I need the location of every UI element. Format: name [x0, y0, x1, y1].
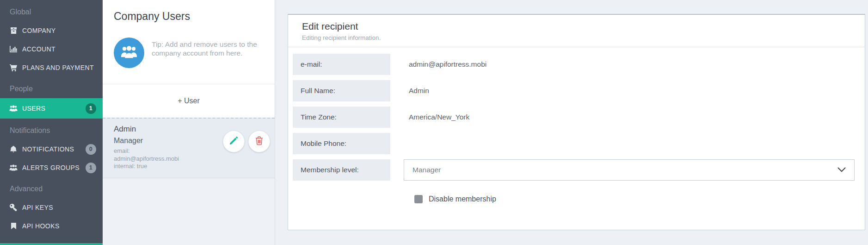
full-name-field-label: Full Name: — [293, 80, 390, 101]
sidebar-item-api-keys[interactable]: API KEYS — [0, 198, 103, 217]
tip-row: Tip: Add and remove users to the company… — [114, 38, 264, 68]
sidebar-item-api-hooks[interactable]: API HOOKS — [0, 217, 103, 235]
sidebar-bottom-accent — [0, 243, 103, 245]
form-row-membership-level: Membership level: Manager — [293, 159, 855, 181]
sidebar: Global COMPANY ACCOUNT PLANS AND PAYMENT… — [0, 0, 103, 245]
account-icon — [9, 46, 18, 52]
disable-membership-checkbox[interactable] — [414, 195, 423, 203]
cart-icon — [9, 64, 18, 71]
sidebar-item-plans-and-payment[interactable]: PLANS AND PAYMENT — [0, 58, 103, 77]
sidebar-item-label: COMPANY — [22, 27, 56, 34]
sidebar-item-label: NOTIFICATIONS — [22, 145, 74, 153]
edit-recipient-header: Edit recipient Editing recipient informa… — [288, 15, 865, 47]
edit-recipient-title: Edit recipient — [302, 21, 851, 32]
membership-level-field-label: Membership level: — [293, 159, 390, 181]
sidebar-item-label: API KEYS — [22, 204, 53, 211]
mobile-phone-field-label: Mobile Phone: — [293, 133, 390, 154]
edit-recipient-subtitle: Editing recipient information. — [302, 34, 851, 41]
bookmark-icon — [9, 223, 18, 229]
form-row-time-zone: Time Zone: America/New_York — [293, 107, 855, 128]
sidebar-item-users[interactable]: USERS 1 — [0, 98, 103, 119]
user-email: admin@apifortress.mobi — [114, 155, 267, 163]
trash-icon — [255, 136, 263, 147]
delete-user-button[interactable] — [248, 131, 270, 152]
sidebar-item-account[interactable]: ACCOUNT — [0, 40, 103, 58]
sidebar-section-advanced: Advanced — [0, 180, 103, 198]
sidebar-item-label: ALERTS GROUPS — [22, 164, 80, 171]
mobile-phone-field-value — [390, 133, 409, 154]
edit-recipient-form: e-mail: admin@apifortress.mobi Full Name… — [288, 47, 865, 203]
user-card[interactable]: Admin Manager email: admin@apifortress.m… — [103, 118, 275, 178]
users-group-icon — [121, 45, 137, 60]
disable-membership-row: Disable membership — [414, 195, 855, 203]
chevron-down-icon — [837, 166, 846, 174]
alerts-groups-count-badge: 1 — [86, 163, 96, 173]
users-icon — [9, 164, 18, 171]
disable-membership-label: Disable membership — [429, 195, 496, 203]
sidebar-item-alerts-groups[interactable]: ALERTS GROUPS 1 — [0, 158, 103, 177]
sidebar-item-label: PLANS AND PAYMENT — [22, 64, 94, 71]
email-field-value: admin@apifortress.mobi — [390, 54, 486, 75]
sidebar-item-label: API HOOKS — [22, 222, 60, 230]
key-icon — [9, 204, 18, 211]
users-count-badge: 1 — [86, 103, 96, 114]
user-list-background — [103, 178, 275, 245]
sidebar-section-notifications: Notifications — [0, 121, 103, 140]
membership-level-selected-value: Manager — [412, 166, 441, 174]
form-row-email: e-mail: admin@apifortress.mobi — [293, 54, 855, 75]
full-name-field-value: Admin — [390, 80, 429, 101]
form-row-full-name: Full Name: Admin — [293, 80, 855, 101]
bell-icon — [9, 146, 18, 153]
sidebar-item-label: ACCOUNT — [22, 45, 55, 53]
add-user-button[interactable]: + User — [103, 84, 275, 118]
users-icon — [9, 105, 18, 112]
membership-level-select[interactable]: Manager — [404, 159, 855, 181]
tip-text: Tip: Add and remove users to the company… — [152, 38, 259, 57]
form-row-mobile-phone: Mobile Phone: — [293, 133, 855, 154]
sidebar-item-label: USERS — [22, 105, 45, 112]
sidebar-item-notifications[interactable]: NOTIFICATIONS 0 — [0, 140, 103, 158]
sidebar-section-global: Global — [0, 3, 103, 21]
edit-user-button[interactable] — [223, 131, 245, 152]
sidebar-section-people: People — [0, 80, 103, 98]
sidebar-item-company[interactable]: COMPANY — [0, 21, 103, 40]
tip-avatar — [114, 38, 144, 68]
edit-recipient-panel: Edit recipient Editing recipient informa… — [288, 14, 865, 230]
company-users-title: Company Users — [114, 10, 264, 23]
notifications-count-badge: 0 — [86, 144, 96, 155]
user-internal-flag: internal: true — [114, 163, 267, 170]
user-actions — [223, 131, 270, 152]
time-zone-field-value: America/New_York — [390, 107, 469, 128]
time-zone-field-label: Time Zone: — [293, 107, 390, 128]
company-users-panel: Company Users Tip: Add and remove users … — [103, 0, 275, 245]
company-icon — [9, 27, 18, 34]
email-field-label: e-mail: — [293, 54, 390, 75]
pencil-icon — [229, 136, 238, 147]
